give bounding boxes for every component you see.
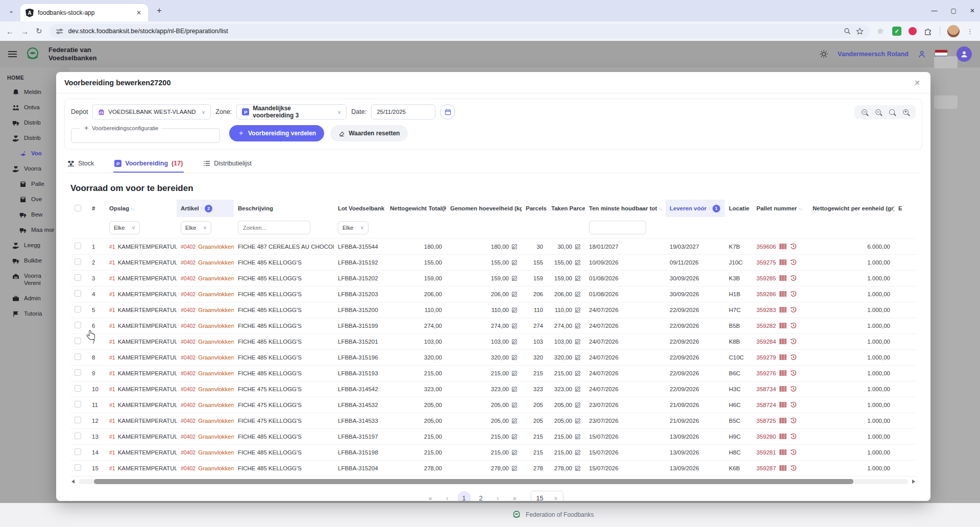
barcode-icon[interactable]	[779, 291, 787, 297]
col-tht-header[interactable]: Ten minste houdbaar tot↑↓	[585, 200, 666, 217]
barcode-icon[interactable]	[779, 259, 787, 266]
user-avatar[interactable]	[957, 46, 972, 62]
zoom-out-icon[interactable]: −	[862, 109, 867, 115]
tab-stock[interactable]: Stock	[66, 156, 95, 173]
depot-select[interactable]: VOEDSELBANK WEST-VLAANDEREN ∨	[92, 104, 211, 119]
col-artikel-header[interactable]: Artikel↑2	[177, 200, 234, 217]
row-checkbox[interactable]	[75, 448, 81, 455]
pallet-number-link[interactable]: 358725	[756, 418, 776, 424]
tab-close-icon[interactable]: ✕	[135, 9, 143, 16]
edit-icon[interactable]	[511, 386, 518, 392]
horizontal-scrollbar[interactable]	[71, 478, 915, 485]
edit-icon[interactable]	[575, 370, 581, 376]
edit-icon[interactable]	[511, 434, 518, 440]
edit-icon[interactable]	[575, 386, 581, 392]
pallet-number-link[interactable]: 359283	[756, 307, 776, 313]
barcode-icon[interactable]	[779, 449, 787, 456]
disabled-extension-icon[interactable]	[877, 27, 885, 35]
edit-icon[interactable]	[575, 244, 581, 250]
edit-icon[interactable]	[575, 323, 581, 329]
row-checkbox[interactable]	[75, 464, 81, 471]
edit-icon[interactable]	[511, 339, 518, 345]
extensions-puzzle-icon[interactable]	[924, 27, 933, 36]
page-1-button[interactable]: 1	[457, 491, 471, 501]
user-person-icon[interactable]	[918, 50, 926, 58]
pallet-number-link[interactable]: 359284	[756, 339, 776, 345]
edit-icon[interactable]	[511, 402, 518, 408]
barcode-icon[interactable]	[779, 370, 787, 376]
row-checkbox[interactable]	[75, 401, 81, 408]
row-checkbox[interactable]	[75, 385, 81, 392]
red-dot-extension-icon[interactable]	[909, 27, 917, 35]
date-input[interactable]: 25/11/2025	[371, 104, 435, 119]
sort-icon[interactable]: ↑	[201, 206, 203, 211]
checkmark-extension-icon[interactable]: ✓	[892, 27, 901, 36]
barcode-icon[interactable]	[779, 306, 787, 313]
history-icon[interactable]	[790, 433, 797, 440]
edit-icon[interactable]	[575, 354, 581, 361]
prev-page-button[interactable]: ‹	[440, 491, 454, 501]
edit-icon[interactable]	[511, 259, 518, 266]
sort-icon[interactable]: ↑↓	[131, 206, 134, 211]
theme-sun-icon[interactable]	[819, 50, 828, 59]
window-close-button[interactable]: ✕	[970, 7, 975, 14]
pallet-number-link[interactable]: 359276	[756, 370, 776, 376]
row-checkbox[interactable]	[75, 353, 81, 360]
browser-tab[interactable]: A foodbanks-stock-app ✕	[20, 4, 148, 21]
edit-icon[interactable]	[575, 434, 581, 440]
distribute-preparation-button[interactable]: ＋ Voorbereiding verdelen	[229, 125, 324, 141]
barcode-icon[interactable]	[779, 401, 787, 408]
edit-icon[interactable]	[575, 418, 581, 424]
row-checkbox[interactable]	[75, 433, 81, 439]
history-icon[interactable]	[790, 338, 797, 345]
edit-icon[interactable]	[575, 275, 581, 281]
pallet-number-link[interactable]: 358724	[756, 402, 776, 408]
pallet-number-link[interactable]: 359282	[756, 323, 776, 329]
filter-search-input[interactable]	[238, 221, 310, 234]
sort-icon[interactable]: ↑↓	[798, 206, 802, 211]
edit-icon[interactable]	[511, 465, 518, 471]
edit-icon[interactable]	[511, 370, 518, 376]
forward-button[interactable]: →	[21, 27, 29, 36]
next-page-button[interactable]: ›	[491, 491, 505, 501]
row-checkbox[interactable]	[75, 417, 81, 423]
edit-icon[interactable]	[511, 307, 518, 313]
edit-icon[interactable]	[575, 449, 581, 456]
bookmark-star-icon[interactable]	[856, 28, 864, 35]
pallet-number-link[interactable]: 358734	[756, 386, 776, 392]
browser-menu-icon[interactable]: ⋮	[967, 28, 974, 35]
scroll-right-icon[interactable]	[912, 480, 915, 484]
edit-icon[interactable]	[575, 402, 581, 408]
scrollbar-thumb[interactable]	[94, 479, 853, 484]
scroll-left-icon[interactable]	[71, 480, 75, 484]
barcode-icon[interactable]	[779, 275, 787, 281]
back-button[interactable]: ←	[6, 27, 14, 36]
window-minimize-button[interactable]: —	[932, 7, 938, 14]
pallet-number-link[interactable]: 359285	[756, 275, 776, 281]
filter-opslag-select[interactable]: Elke∨	[109, 221, 140, 234]
edit-icon[interactable]	[575, 259, 581, 266]
barcode-icon[interactable]	[779, 243, 787, 250]
window-maximize-button[interactable]: ▢	[951, 7, 957, 14]
barcode-icon[interactable]	[779, 465, 787, 471]
barcode-icon[interactable]	[779, 417, 787, 424]
row-checkbox[interactable]	[75, 369, 81, 376]
page-2-button[interactable]: 2	[474, 491, 488, 501]
pallet-number-link[interactable]: 359279	[756, 354, 776, 361]
history-icon[interactable]	[790, 275, 797, 281]
history-icon[interactable]	[790, 370, 797, 376]
edit-icon[interactable]	[575, 307, 581, 313]
reload-button[interactable]: ↻	[36, 27, 42, 36]
history-icon[interactable]	[790, 386, 797, 392]
tab-search-chevron-icon[interactable]: ⌄	[4, 4, 18, 18]
history-icon[interactable]	[790, 306, 797, 313]
browser-profile-avatar[interactable]	[947, 25, 960, 37]
pallet-number-link[interactable]: 359606	[756, 244, 776, 250]
history-icon[interactable]	[790, 243, 797, 250]
hamburger-menu-icon[interactable]	[8, 50, 17, 59]
col-pallet-header[interactable]: Pallet nummer↑↓	[752, 200, 808, 217]
reset-values-button[interactable]: Waarden resetten	[330, 125, 408, 141]
sort-icon[interactable]: ↑↓	[658, 206, 662, 211]
edit-icon[interactable]	[511, 449, 518, 456]
new-tab-button[interactable]: +	[152, 4, 166, 18]
